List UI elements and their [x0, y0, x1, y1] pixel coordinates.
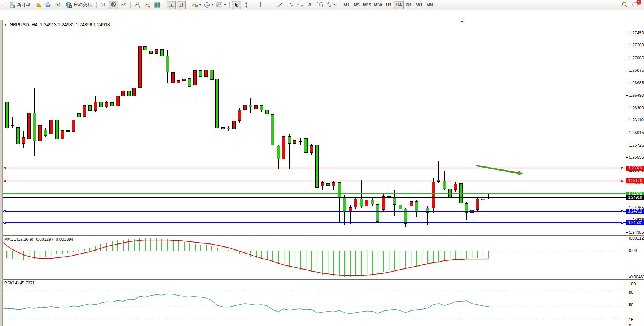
timeframe-w1[interactable]: W1 [414, 1, 424, 9]
separator [339, 2, 339, 8]
chart-profile-button[interactable] [33, 1, 43, 9]
templates-button[interactable]: ▾ [215, 1, 227, 9]
candle [365, 200, 368, 206]
price-tick-mark [626, 83, 628, 83]
vertical-line-button[interactable] [256, 1, 265, 9]
price-tick-mark [626, 120, 628, 120]
macd-axis-tick [626, 238, 628, 238]
text-button[interactable]: A [305, 1, 314, 9]
candle [188, 78, 191, 87]
candle [249, 105, 252, 107]
candle [321, 182, 324, 186]
auto-scroll-button[interactable] [167, 1, 176, 9]
candle [448, 189, 452, 197]
timeframe-m5[interactable]: M5 [352, 1, 362, 9]
zoom-in-button[interactable] [133, 1, 142, 9]
fibonacci-button[interactable]: F [295, 1, 304, 9]
chart-window: MACD(12,26,9) -0.001297 -0.001384 RSI(14… [0, 10, 644, 326]
bar-chart-icon [100, 2, 107, 8]
ohlc-values: 1.24913 1.24981 1.24896 1.24918 [40, 22, 110, 27]
chart-title: ▼ GBPUSD-,H4 1.24913 1.24981 1.24896 1.2… [4, 22, 110, 27]
support-line-blue-1[interactable] [3, 211, 626, 212]
crosshair-button[interactable] [242, 1, 251, 9]
timeframe-h4[interactable]: H4 [394, 1, 404, 9]
svg-text:F: F [301, 5, 303, 8]
auto-trading-button[interactable]: 自动交易 [63, 1, 94, 9]
candle [110, 102, 114, 106]
mt4-terminal: 新订单 自动交易 [0, 0, 644, 326]
bid-price-line[interactable] [3, 197, 626, 198]
toolbar-grip[interactable] [3, 2, 5, 8]
timeframe-m1[interactable]: M1 [341, 1, 351, 9]
candle [282, 136, 285, 159]
cursor-button[interactable] [232, 1, 241, 9]
profile-icon [35, 2, 41, 8]
resistance-line-1[interactable] [3, 168, 626, 168]
support-line-blue-1-handle[interactable] [4, 210, 6, 212]
periods-button[interactable]: ▾ [203, 1, 214, 9]
candle [238, 110, 241, 121]
price-axis[interactable]: 1.274501.272601.270651.268751.266851.264… [626, 20, 644, 326]
pane-splitter [0, 236, 644, 236]
support-line-green[interactable] [3, 193, 626, 194]
price-tick-mark [626, 108, 628, 108]
rsi-pane[interactable]: RSI(14) 45.7371 [3, 280, 626, 326]
price-tick-label: 1.26685 [629, 80, 644, 85]
text-label-icon: T [317, 2, 323, 8]
timeframe-m30[interactable]: M30 [373, 1, 383, 9]
support-line-blue-2-handle[interactable] [4, 222, 6, 224]
text-icon: A [308, 2, 311, 8]
horizontal-line-button[interactable] [266, 1, 275, 9]
separator [229, 2, 230, 8]
search-icon[interactable] [622, 2, 628, 8]
support-line-blue-2-handle[interactable] [621, 222, 623, 224]
candle [5, 102, 9, 128]
equidistant-channel-icon: E [287, 2, 293, 8]
line-chart-button[interactable] [119, 1, 128, 9]
trendline-button[interactable] [276, 1, 285, 9]
auto-trading-label: 自动交易 [73, 2, 92, 8]
chart-dropdown-icon[interactable]: ▼ [4, 23, 7, 27]
timeframe-m15[interactable]: M15 [362, 1, 372, 9]
candle [88, 105, 92, 111]
resistance-line-1-handle[interactable] [621, 167, 623, 169]
zoom-out-button[interactable] [143, 1, 152, 9]
bar-chart-button[interactable] [99, 1, 108, 9]
tile-windows-button[interactable] [153, 1, 162, 9]
toolbar: 新订单 自动交易 [0, 0, 644, 10]
chat-button[interactable]: 1 [632, 2, 639, 8]
indicators-button[interactable]: ▾ [191, 1, 202, 9]
macd-label: MACD(12,26,9) -0.001297 -0.001384 [4, 237, 73, 241]
support-line-blue-2[interactable] [3, 222, 626, 223]
rsi-axis-label: 80 [629, 290, 633, 294]
rsi-axis-tick [626, 292, 628, 292]
price-pane[interactable] [3, 20, 626, 235]
timeframe-d1[interactable]: D1 [404, 1, 414, 9]
candle [160, 49, 164, 56]
resistance-line-2[interactable] [3, 181, 626, 181]
equidistant-channel-button[interactable]: E [285, 1, 295, 9]
chart-shift-marker-icon[interactable] [460, 21, 464, 23]
candle [33, 113, 36, 141]
new-order-button[interactable]: 新订单 [7, 1, 33, 9]
rsi-axis-label: 50 [629, 302, 633, 307]
timeframe-h1[interactable]: H1 [384, 1, 394, 9]
macd-pane[interactable]: MACD(12,26,9) -0.001297 -0.001384 [3, 236, 626, 279]
candle [265, 110, 269, 114]
rsi-axis-tick [626, 320, 628, 320]
candle [338, 182, 341, 197]
chevron-down-icon: ▾ [212, 3, 213, 6]
support-line-blue-1-handle[interactable] [621, 210, 623, 212]
resistance-line-2-handle[interactable] [621, 180, 623, 182]
rsi-axis-tick [626, 305, 628, 305]
resistance-line-1-handle[interactable] [4, 167, 6, 169]
arrows-tool-button[interactable]: ▾ [325, 1, 336, 9]
resistance-line-2-handle[interactable] [4, 180, 6, 182]
chevron-down-icon: ▾ [334, 3, 335, 6]
candlestick-chart-button[interactable] [109, 1, 118, 9]
terminal-button[interactable] [43, 1, 53, 9]
timeframe-mn[interactable]: MN [425, 1, 435, 9]
chart-shift-button[interactable] [177, 1, 186, 9]
signals-button[interactable] [53, 1, 62, 9]
text-label-button[interactable]: T [315, 1, 324, 9]
